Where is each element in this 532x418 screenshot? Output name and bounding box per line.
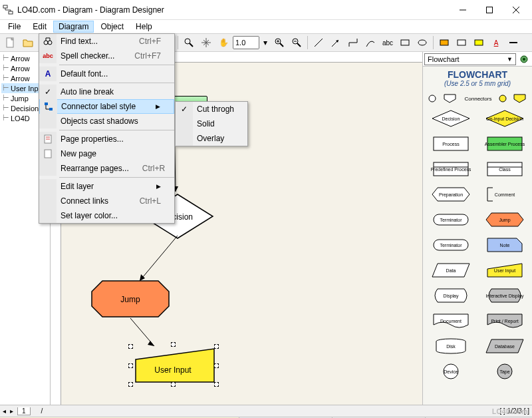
palette-shape[interactable]: Process (426, 132, 475, 155)
svg-text:Predefined Process: Predefined Process (431, 167, 471, 172)
zoomout-button[interactable] (289, 35, 305, 51)
svg-line-27 (140, 236, 178, 281)
menu-object[interactable]: Object (95, 21, 129, 33)
page-tab[interactable]: 1 (17, 407, 31, 415)
palette-shape[interactable]: Document (426, 310, 475, 332)
arrow-tool-button[interactable] (328, 35, 344, 51)
connector-tool-button[interactable] (345, 35, 361, 51)
fill1-button[interactable] (436, 35, 452, 51)
palette-settings-button[interactable] (517, 53, 531, 65)
canvas-userinput-shape[interactable]: User Input (132, 346, 218, 386)
palette-shape[interactable]: On-Input Decision (479, 107, 529, 130)
selection-handle[interactable] (128, 344, 133, 349)
menu-item[interactable]: Objects cast shadows (39, 114, 174, 128)
palette-shape[interactable]: Note (479, 234, 529, 256)
palette-shape[interactable]: Display (426, 284, 475, 307)
connector-style-submenu[interactable]: ✓Cut throghSolidOverlay (175, 101, 248, 146)
submenu-item[interactable]: ✓Cut throgh (176, 102, 247, 116)
selection-handle[interactable] (128, 363, 133, 368)
palette-shape[interactable]: Class (479, 158, 529, 180)
menu-item[interactable]: ADefault font... (39, 67, 174, 81)
palette-shape[interactable]: Comment (479, 183, 529, 206)
menu-item[interactable]: Set layer color... (39, 208, 174, 223)
selection-handle[interactable] (171, 342, 176, 347)
selection-handle[interactable] (171, 382, 176, 387)
menu-item[interactable]: Edit layer▶ (39, 179, 174, 194)
svg-rect-21 (458, 40, 466, 45)
canvas-jump-shape[interactable]: Jump (90, 280, 170, 318)
textcolor-button[interactable]: A (488, 35, 504, 51)
palette-shape[interactable]: Database (479, 335, 529, 357)
app-icon (3, 5, 13, 15)
zoomin-button[interactable] (271, 35, 287, 51)
submenu-item[interactable]: Overlay (176, 131, 247, 146)
palette-shape[interactable]: Interactive Display (479, 284, 529, 307)
palette-shape[interactable]: Data (426, 259, 475, 282)
line-tool-button[interactable] (311, 35, 327, 51)
rect-tool-button[interactable] (397, 35, 413, 51)
connector-circle-icon[interactable] (427, 94, 438, 103)
selection-handle[interactable] (214, 382, 219, 387)
palette-shape[interactable]: Jump (479, 208, 529, 231)
menu-item[interactable]: New page (39, 146, 174, 161)
ellipse-tool-button[interactable] (414, 35, 430, 51)
svg-text:Terminator: Terminator (440, 243, 462, 248)
svg-text:Print / Report: Print / Report (491, 319, 518, 324)
maximize-button[interactable] (476, 1, 503, 19)
diagram-menu-dropdown[interactable]: Find text...Ctrl+FabcSpell checker...Ctr… (39, 33, 175, 224)
connector-pentagon-icon[interactable] (444, 94, 458, 103)
linecolor-button[interactable] (505, 35, 521, 51)
shape-palette[interactable]: FLOWCHART (Use 2.5 or 5 mm grid) Connect… (423, 67, 532, 405)
menu-item[interactable]: Find text...Ctrl+F (39, 34, 174, 49)
svg-marker-36 (444, 95, 456, 103)
palette-shape[interactable]: Print / Report (479, 310, 529, 332)
selection-handle[interactable] (214, 363, 219, 368)
open-button[interactable] (20, 35, 36, 51)
connector-circle-yellow-icon[interactable] (498, 94, 507, 103)
page-tab-bar[interactable]: ◂ ▸ 1 / [ ] 1/2/3 [ ] (0, 405, 532, 417)
pan-button[interactable] (198, 35, 214, 51)
minimize-button[interactable] (450, 1, 476, 19)
palette-shape[interactable]: Decision (426, 107, 475, 130)
palette-shape[interactable]: Predefined Process (426, 158, 475, 180)
zoom-dropdown-button[interactable]: ▾ (261, 35, 270, 51)
palette-shape[interactable]: Tape (479, 360, 529, 383)
prev-page-button[interactable]: ◂ (3, 407, 6, 415)
close-button[interactable] (503, 1, 529, 19)
menu-diagram[interactable]: Diagram (53, 21, 94, 33)
palette-shape[interactable]: Terminator (426, 234, 475, 256)
palette-shape[interactable]: Terminator (426, 208, 475, 231)
menu-file[interactable]: File (3, 21, 26, 33)
fill3-button[interactable] (471, 35, 487, 51)
menu-item[interactable]: Connector label style▶ (39, 99, 174, 114)
palette-shape[interactable]: User Input (479, 259, 529, 282)
hand-button[interactable]: ✋ (215, 35, 231, 51)
menu-item[interactable]: ✓Auto line break (39, 85, 174, 99)
svg-text:Process: Process (442, 142, 460, 146)
submenu-item[interactable]: Solid (176, 116, 247, 131)
selection-handle[interactable] (128, 382, 133, 387)
palette-shape[interactable]: Device (426, 360, 475, 383)
menu-item[interactable]: Rearrange pages...Ctrl+R (39, 161, 174, 176)
next-page-button[interactable]: ▸ (10, 407, 13, 415)
menu-item[interactable]: abcSpell checker...Ctrl+F7 (39, 49, 174, 63)
menu-item[interactable]: Page properties... (39, 132, 174, 146)
svg-line-12 (280, 43, 283, 47)
selection-handle[interactable] (214, 344, 219, 349)
zoom-tool-button[interactable] (181, 35, 197, 51)
curve-tool-button[interactable] (362, 35, 378, 51)
menu-edit[interactable]: Edit (27, 21, 52, 33)
palette-shape[interactable]: Disk (426, 335, 475, 357)
menu-item[interactable]: Connect linksCtrl+L (39, 194, 174, 208)
svg-point-81 (48, 41, 52, 45)
new-button[interactable] (3, 35, 19, 51)
fill2-button[interactable] (454, 35, 469, 51)
svg-text:Data: Data (446, 268, 456, 273)
palette-shape[interactable]: Assembler Process (479, 132, 529, 155)
palette-combo[interactable]: Flowchart ▼ (424, 53, 516, 65)
connector-pentagon-yellow-icon[interactable] (513, 94, 528, 103)
zoom-input[interactable] (233, 36, 259, 49)
text-tool-button[interactable]: abc (380, 35, 396, 51)
palette-shape[interactable]: Preparation (426, 183, 475, 206)
menu-help[interactable]: Help (130, 21, 158, 33)
